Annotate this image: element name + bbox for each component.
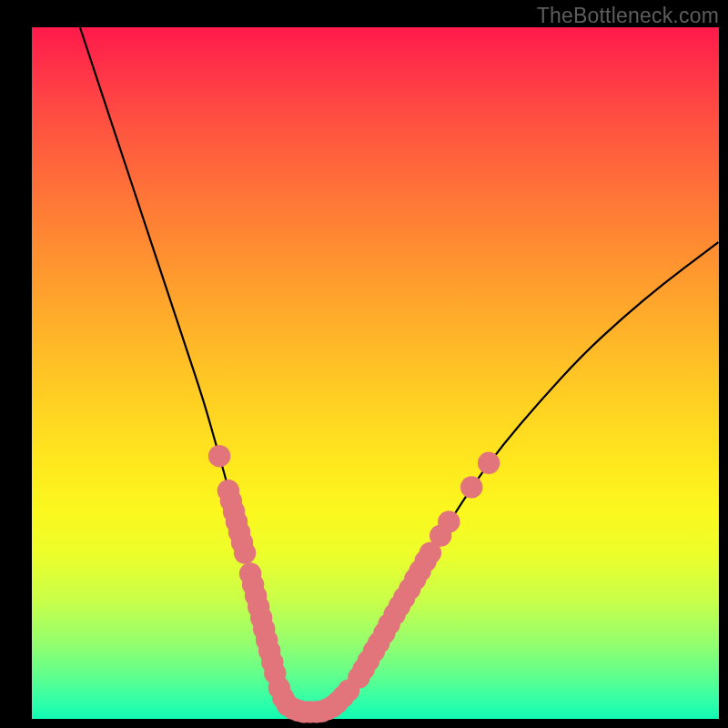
data-marker bbox=[208, 445, 230, 467]
data-marker bbox=[460, 476, 482, 498]
data-marker bbox=[478, 452, 500, 474]
chart-svg bbox=[32, 27, 719, 719]
data-marker bbox=[438, 511, 460, 532]
watermark-text: TheBottleneck.com bbox=[537, 4, 719, 28]
data-marker bbox=[234, 541, 256, 563]
marker-layer bbox=[208, 445, 500, 723]
plot-area bbox=[32, 27, 719, 719]
chart-frame: TheBottleneck.com bbox=[0, 0, 728, 728]
